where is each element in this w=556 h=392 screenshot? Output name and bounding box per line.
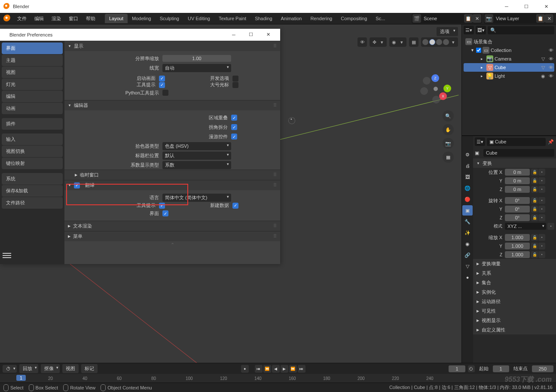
- rot-y-field[interactable]: 0°: [505, 206, 530, 213]
- collections-header[interactable]: 集合: [473, 278, 556, 287]
- motion-paths-header[interactable]: 运动路径: [473, 297, 556, 306]
- menu-window[interactable]: 窗口: [65, 14, 82, 24]
- timeline-ruler[interactable]: 1 20 40 60 80 100 120 140 160 180 200 22…: [0, 374, 556, 383]
- pan-icon[interactable]: ✋: [443, 124, 454, 135]
- render-tab-icon[interactable]: ⚙: [462, 149, 473, 160]
- temp-windows-header[interactable]: 临时窗口: [64, 170, 280, 180]
- anim-icon[interactable]: •: [538, 206, 545, 213]
- prefs-tab-addons[interactable]: 插件: [2, 118, 63, 130]
- translate-tooltips-checkbox[interactable]: ✓: [159, 203, 165, 209]
- xray-icon[interactable]: ▦: [410, 38, 418, 46]
- prefs-tab-interface[interactable]: 界面: [2, 43, 63, 54]
- display-section-header[interactable]: 显示: [64, 41, 280, 51]
- zoom-icon[interactable]: 🔍: [443, 110, 454, 122]
- world-tab-icon[interactable]: 🔴: [462, 194, 473, 204]
- minimize-button[interactable]: ─: [497, 0, 516, 13]
- eye-icon[interactable]: 👁: [547, 73, 554, 79]
- overlays-icon[interactable]: ◉: [390, 38, 398, 46]
- line-width-dropdown[interactable]: 自动: [162, 64, 231, 72]
- anim-icon[interactable]: •: [538, 186, 545, 193]
- collection-row[interactable]: ▼ ▭ Collection 👁: [464, 46, 554, 55]
- gizmo-icon[interactable]: ✥: [370, 38, 378, 46]
- playback-menu[interactable]: 回放: [19, 364, 38, 373]
- header-position-dropdown[interactable]: 默认: [162, 152, 231, 160]
- show-gizmo-icon[interactable]: 👁: [358, 38, 366, 46]
- light-gizmo-icon[interactable]: [286, 115, 298, 127]
- translation-enable-checkbox[interactable]: ✓: [74, 182, 80, 188]
- tab-sculpting[interactable]: Sculpting: [156, 14, 183, 23]
- loc-z-field[interactable]: 0 m: [505, 186, 530, 193]
- transform-section-header[interactable]: 变换: [473, 158, 556, 168]
- scene-collection-row[interactable]: ▭ 场景集合: [464, 37, 554, 46]
- anim-icon[interactable]: •: [538, 177, 545, 184]
- tab-rendering[interactable]: Rendering: [306, 14, 336, 23]
- nav-z-axis[interactable]: Z: [431, 74, 439, 82]
- viewlayer-name-field[interactable]: [493, 15, 536, 22]
- marker-menu[interactable]: 标记: [81, 364, 98, 373]
- lock-icon[interactable]: 🔓: [531, 197, 538, 204]
- view-menu[interactable]: 视图: [62, 364, 79, 373]
- rotation-mode-dropdown[interactable]: XYZ ...: [505, 223, 546, 230]
- object-tab-icon[interactable]: ▣: [462, 205, 473, 216]
- prefs-tab-system[interactable]: 系统: [2, 173, 63, 185]
- physics-tab-icon[interactable]: ◉: [462, 239, 473, 249]
- scene-tab-icon[interactable]: 🌐: [462, 183, 473, 193]
- clock-icon[interactable]: ⏲: [468, 365, 475, 372]
- nav-gizmo[interactable]: X Y Z: [419, 72, 453, 106]
- python-tooltips-checkbox[interactable]: ✓: [162, 90, 168, 96]
- nav-neg-y[interactable]: [420, 87, 428, 95]
- material-shading-icon[interactable]: [436, 39, 442, 45]
- solid-shading-icon[interactable]: [429, 39, 435, 45]
- custom-props-header[interactable]: 自定义属性: [473, 325, 556, 334]
- menu-edit[interactable]: 编辑: [31, 14, 47, 24]
- particle-tab-icon[interactable]: ✨: [462, 228, 473, 238]
- prefs-tab-navigation[interactable]: 视图切换: [2, 146, 63, 157]
- prefs-close-button[interactable]: ✕: [260, 32, 277, 37]
- viewlayer-selector[interactable]: 📷 📋 ✕: [484, 13, 554, 24]
- prefs-minimize-button[interactable]: ─: [225, 32, 242, 37]
- outliner-search[interactable]: 🔍: [488, 26, 554, 34]
- camera-row[interactable]: ▸ 📷 Camera ▽👁: [464, 55, 554, 63]
- viewport-options-dropdown[interactable]: 选项: [437, 27, 458, 36]
- mesh-data-icon[interactable]: ▽: [540, 65, 547, 70]
- nav-controls-checkbox[interactable]: ✓: [231, 134, 237, 140]
- lock-icon[interactable]: 🔓: [531, 214, 538, 221]
- lock-icon[interactable]: 🔓: [531, 243, 538, 249]
- resolution-scale-field[interactable]: 1.00: [162, 55, 231, 62]
- prop-editor-icon[interactable]: ☰▾: [475, 137, 485, 146]
- play-reverse-icon[interactable]: ◀: [272, 365, 280, 373]
- scene-remove-icon[interactable]: ✕: [473, 14, 481, 23]
- nav-x-axis[interactable]: X: [439, 92, 447, 100]
- outliner-display-mode[interactable]: ☰▾: [464, 26, 474, 34]
- eye-icon[interactable]: 👁: [547, 56, 554, 62]
- corner-splitting-checkbox[interactable]: ✓: [231, 124, 237, 130]
- nav-y-axis[interactable]: Y: [443, 85, 451, 92]
- anim-icon[interactable]: •: [538, 214, 545, 221]
- visibility-header[interactable]: 可见性: [473, 306, 556, 316]
- dev-extras-checkbox[interactable]: ✓: [232, 76, 238, 82]
- lock-icon[interactable]: 🔓: [531, 234, 538, 241]
- close-button[interactable]: ✕: [536, 0, 556, 13]
- scene-selector[interactable]: 🎬 📋 ✕: [412, 13, 482, 24]
- tooltips-checkbox[interactable]: ✓: [159, 82, 165, 88]
- text-rendering-header[interactable]: 文本渲染: [64, 221, 280, 231]
- color-picker-dropdown[interactable]: 色盘 (HSV): [162, 142, 231, 150]
- gizmo-dropdown-icon[interactable]: ▾: [378, 38, 386, 46]
- lock-icon[interactable]: 🔓: [531, 251, 538, 258]
- prop-breadcrumb[interactable]: ▣ Cube: [487, 138, 546, 146]
- tab-shading[interactable]: Shading: [251, 14, 276, 23]
- timeline-editor-icon[interactable]: ⏱: [3, 365, 17, 373]
- language-dropdown[interactable]: 简体中文 (简体中文): [162, 194, 231, 202]
- collection-checkbox[interactable]: [476, 48, 481, 53]
- auto-keying-icon[interactable]: ●: [241, 365, 249, 373]
- translation-section-header[interactable]: ✓ 翻译: [64, 180, 280, 190]
- anim-icon[interactable]: •: [538, 234, 545, 241]
- tab-compositing[interactable]: Compositing: [336, 14, 371, 23]
- tab-modeling[interactable]: Modeling: [128, 14, 156, 23]
- shading-dropdown-icon[interactable]: ▾: [449, 38, 457, 46]
- region-overlap-checkbox[interactable]: ✓: [231, 115, 237, 121]
- start-frame-field[interactable]: 1: [493, 365, 509, 372]
- scale-y-field[interactable]: 1.000: [505, 243, 530, 249]
- menu-render[interactable]: 渲染: [48, 14, 64, 24]
- editors-section-header[interactable]: 编辑器: [64, 100, 280, 110]
